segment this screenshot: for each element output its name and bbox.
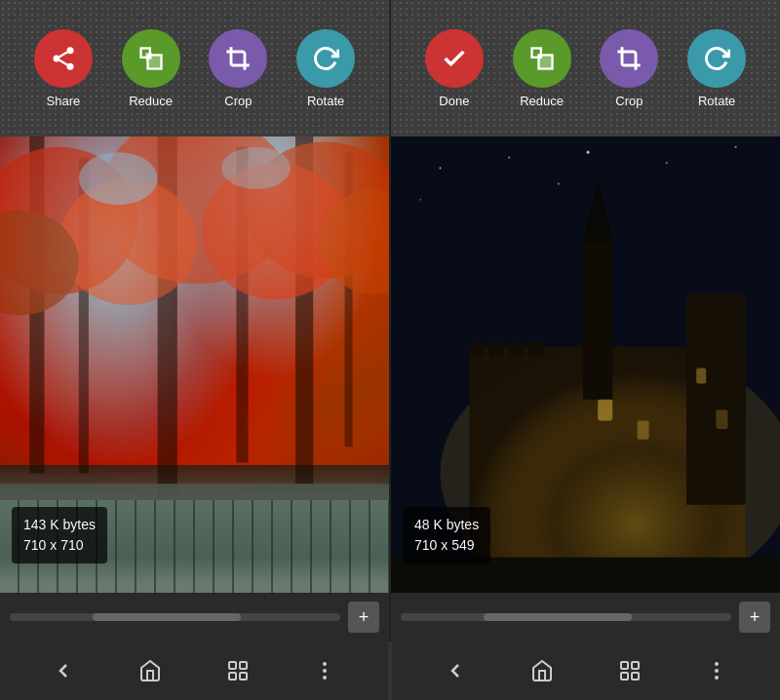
rotate-button-left[interactable]: Rotate [296,29,355,108]
left-image-panel[interactable]: 143 K bytes 710 x 710 + [0,136,391,642]
rotate-label-left: Rotate [307,94,344,108]
recent-icon-left [226,659,250,682]
right-recent-button[interactable] [610,651,649,690]
crop-button-right[interactable]: Crop [600,29,658,108]
reduce-icon-circle-left [122,29,180,88]
svg-line-4 [59,52,67,57]
right-more-button[interactable] [697,651,736,690]
svg-point-37 [419,199,421,201]
left-info-line2: 710 x 710 [23,535,96,556]
svg-rect-46 [638,420,649,439]
svg-rect-57 [240,673,247,680]
image-panels: 143 K bytes 710 x 710 + [0,136,780,642]
left-more-button[interactable] [305,651,344,690]
rotate-icon-right [703,45,730,72]
reduce-button-right[interactable]: Reduce [513,29,571,108]
crop-label-right: Crop [615,94,643,108]
right-back-button[interactable] [436,651,475,690]
right-info-line1: 48 K bytes [414,515,479,535]
castle-image [391,136,780,642]
svg-point-59 [323,669,327,673]
right-image-panel[interactable]: 48 K bytes 710 x 549 + [391,136,780,642]
main-container: Share Reduce [0,0,780,700]
svg-point-32 [439,167,441,169]
crop-label-left: Crop [224,94,252,108]
svg-rect-45 [598,400,612,421]
right-scroll-thumb [484,613,633,621]
reduce-icon-circle-right [513,29,571,88]
crop-icon-circle-left [209,29,267,88]
rotate-label-right: Rotate [698,94,735,108]
crop-icon-left [224,45,252,72]
right-add-button[interactable]: + [739,602,770,633]
autumn-image [0,136,389,642]
svg-rect-29 [0,563,389,584]
tree-overlay [0,136,389,642]
reduce-button-left[interactable]: Reduce [122,29,180,108]
svg-marker-7 [145,53,152,59]
svg-rect-47 [696,368,706,383]
rotate-icon-circle-left [296,29,355,88]
done-button[interactable]: Done [425,29,484,108]
svg-rect-55 [240,662,247,669]
left-info-line1: 143 K bytes [23,515,96,535]
svg-rect-62 [632,662,639,669]
right-scroll-track[interactable] [401,613,731,621]
svg-point-38 [558,182,560,184]
back-icon-right [444,659,467,682]
svg-point-1 [53,55,59,61]
svg-point-58 [323,662,327,666]
svg-point-35 [666,162,668,164]
right-home-button[interactable] [523,651,562,690]
svg-rect-52 [528,341,543,357]
recent-icon-right [618,659,642,682]
svg-point-2 [66,62,73,69]
right-image-info: 48 K bytes 710 x 549 [403,507,490,564]
castle-svg [391,136,780,642]
svg-point-67 [715,676,719,680]
svg-point-66 [715,669,719,673]
svg-point-34 [587,151,590,154]
left-scroll-thumb [93,613,242,621]
done-label: Done [439,94,469,108]
svg-rect-44 [686,294,746,505]
rotate-button-right[interactable]: Rotate [687,29,746,108]
svg-rect-9 [538,55,552,68]
svg-rect-48 [716,410,727,429]
svg-rect-64 [632,673,639,680]
reduce-icon-left [137,45,165,72]
reduce-icon-right [528,45,556,72]
crop-icon-right [615,45,643,72]
svg-rect-61 [621,662,628,669]
share-label: Share [47,94,81,108]
share-button[interactable]: Share [34,29,93,108]
left-scroll-track[interactable] [10,613,340,621]
left-action-bar: + [0,593,389,642]
done-icon [441,45,468,72]
share-icon-circle [34,29,93,88]
left-toolbar: Share Reduce [0,0,389,136]
rotate-icon-circle-right [687,29,746,88]
svg-point-36 [735,146,737,148]
home-icon-left [138,659,162,682]
share-icon [50,45,77,72]
svg-point-65 [715,662,719,666]
left-back-button[interactable] [44,651,83,690]
svg-rect-54 [229,662,236,669]
left-nav [0,642,390,700]
more-icon-right [705,659,728,682]
svg-rect-42 [583,242,612,400]
right-nav [392,642,780,700]
right-info-line2: 710 x 549 [414,535,479,556]
svg-point-24 [221,147,291,189]
right-toolbar: Done Reduce Crop [391,0,780,136]
left-recent-button[interactable] [218,651,257,690]
left-home-button[interactable] [131,651,170,690]
left-add-button[interactable]: + [348,602,379,633]
back-icon-left [52,659,75,682]
rotate-icon-left [312,45,339,72]
svg-point-23 [79,152,158,205]
reduce-label-right: Reduce [520,94,564,108]
crop-button-left[interactable]: Crop [209,29,267,108]
svg-rect-49 [470,341,485,357]
